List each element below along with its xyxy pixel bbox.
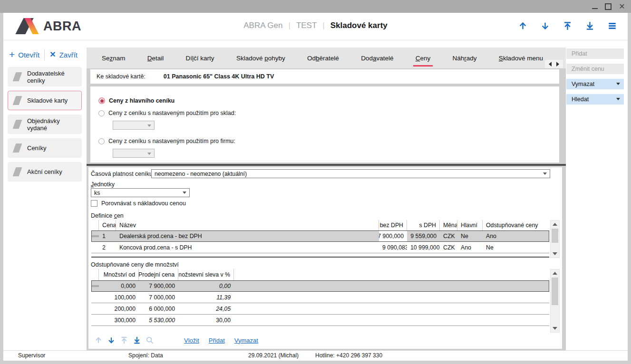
price-source-panel: Ceny z hlavního ceníku Ceny z ceníku s n… — [90, 86, 559, 163]
row-selector[interactable] — [91, 319, 99, 321]
chevron-down-icon — [147, 125, 151, 127]
move-up-icon[interactable] — [518, 21, 528, 31]
status-bar: Supervisor Spojení: Data 29.09.2021 (Mic… — [3, 350, 628, 361]
tab[interactable]: Seznam — [102, 55, 126, 62]
tab[interactable]: Detail — [147, 55, 164, 62]
scroll-up-icon[interactable] — [551, 269, 559, 277]
scroll-down-icon[interactable] — [551, 325, 559, 332]
open-button[interactable]: +Otevřít — [9, 51, 39, 59]
app-header: ABRA ABRA Gen|TEST|Skladové karty — [3, 13, 628, 40]
maximize-icon[interactable] — [605, 3, 612, 10]
table-row[interactable]: 200,000 6 000,000 24,05 — [91, 303, 549, 315]
qty-toolbar: VložitPřidatVymazat — [94, 334, 258, 347]
col-cena: Cena — [99, 220, 116, 230]
tab-scroll-right-icon[interactable] — [556, 62, 559, 67]
price-source-radio[interactable]: Ceny z hlavního ceníku — [98, 96, 559, 105]
sidebar-item[interactable]: Dodavatelské ceníky — [8, 67, 82, 86]
action-button[interactable]: Změnit cenu — [566, 64, 624, 74]
price-definitions-table: Cena Název bez DPH s DPH Měna Hlavní Ods… — [91, 220, 549, 258]
close-icon[interactable]: ✕ — [619, 3, 625, 10]
row-selector[interactable] — [91, 308, 99, 310]
price-source-radio[interactable]: Ceny z ceníku s nastaveným použitím pro … — [98, 108, 559, 118]
row-selector[interactable] — [91, 285, 99, 287]
price-source-radio[interactable]: Ceny z ceníku s nastaveným použitím pro … — [98, 136, 559, 146]
user-label: Supervisor — [18, 352, 45, 359]
move-down-icon[interactable] — [540, 21, 550, 31]
sidebar-item[interactable]: Skladové karty — [8, 91, 82, 110]
scroll-up-icon[interactable] — [551, 220, 559, 228]
chevron-down-icon — [616, 83, 620, 85]
chevron-down-icon — [183, 192, 186, 194]
page-title: Skladové karty — [330, 21, 388, 30]
col-hlavni: Hlavní — [457, 220, 483, 230]
pricelist-select — [113, 121, 155, 130]
search-icon — [146, 336, 154, 345]
panel-splitter[interactable] — [87, 164, 566, 166]
table-row[interactable]: 1 Dealerská prod.cena - bez DPH 7 900,00… — [91, 230, 549, 242]
card-reference-bar: Ke skladové kartě: 01 Panasonic 65" Clas… — [90, 69, 559, 84]
table-row[interactable]: 2 Koncová prod.cena - s DPH 9 090,083 10… — [91, 242, 549, 253]
table-row[interactable]: 300,000 5 530,000 30,00 — [91, 315, 549, 326]
col-mena: Měna — [440, 220, 457, 230]
sidebar-item[interactable]: Objednávky vydané — [8, 115, 82, 134]
scrollbar-thumb[interactable] — [552, 278, 558, 305]
radio-icon[interactable] — [98, 97, 105, 104]
compare-cost-checkbox[interactable] — [91, 200, 97, 207]
card-ref-label: Ke skladové kartě: — [97, 73, 146, 80]
nav-down-icon[interactable] — [107, 336, 116, 345]
tab[interactable]: Skladové pohyby — [236, 55, 285, 62]
sidebar-item-list: Dodavatelské ceníky Skladové karty Objed… — [3, 67, 86, 182]
col-odstup: Odstupňované ceny — [483, 220, 549, 230]
table-action-link[interactable]: Vymazat — [234, 337, 258, 344]
close-module-button[interactable]: ✕Zavřít — [49, 51, 78, 59]
table-row[interactable]: 0,000 7 900,000 0,00 — [91, 280, 549, 292]
compare-cost-row: Porovnávat s nákladovou cenou — [91, 200, 186, 207]
units-select[interactable]: ks — [91, 188, 190, 197]
pricelist-select — [113, 149, 155, 158]
row-selector[interactable] — [91, 297, 99, 298]
sidebar: +Otevřít ✕Zavřít Dodavatelské ceníky Skl… — [3, 40, 86, 350]
sidebar-item[interactable]: Ceníky — [8, 138, 82, 158]
units-label: Jednotky — [91, 181, 115, 188]
divider — [44, 49, 45, 60]
table-action-link[interactable]: Vložit — [184, 337, 199, 344]
row-selector[interactable] — [91, 247, 99, 249]
window-controls: ✕ — [592, 0, 625, 13]
radio-icon[interactable] — [98, 110, 105, 116]
radio-icon[interactable] — [98, 138, 105, 144]
table-action-link[interactable]: Přidat — [209, 337, 225, 344]
nav-last-icon[interactable] — [133, 336, 141, 345]
minimize-icon[interactable] — [592, 4, 598, 9]
tab[interactable]: Dílčí karty — [186, 55, 214, 62]
tab-scroll-left-icon[interactable] — [549, 62, 552, 67]
qty-table-caption: Odstupňované ceny dle množství — [91, 261, 179, 268]
tab[interactable]: Náhrady — [453, 55, 477, 62]
scroll-down-icon[interactable] — [551, 250, 559, 258]
col-nazev: Název — [116, 220, 379, 230]
hotline-label: Hotline: +420 296 397 330 — [315, 352, 382, 359]
tab[interactable]: Ceny — [416, 55, 431, 62]
connection-label: Spojení: Data — [128, 352, 163, 359]
move-last-icon[interactable] — [585, 21, 595, 31]
compare-cost-label: Porovnávat s nákladovou cenou — [101, 200, 186, 207]
tab[interactable]: Dodavatelé — [361, 55, 393, 62]
menu-icon[interactable] — [607, 21, 617, 31]
sidebar-item[interactable]: Akční ceníky — [8, 162, 82, 182]
tab[interactable]: Odběratelé — [307, 55, 339, 62]
action-button[interactable]: Přidat — [566, 48, 624, 59]
validity-select[interactable]: neomezeno - neomezeno (aktuální) — [151, 169, 550, 178]
scrollbar-thumb[interactable] — [552, 229, 558, 243]
action-panel: Přidat Změnit cenu Vymazat Hledat — [566, 48, 624, 109]
price-table-scrollbar[interactable] — [550, 220, 560, 258]
table-row[interactable]: 100,000 7 000,000 11,39 — [91, 292, 549, 303]
qty-table-scrollbar[interactable] — [550, 269, 560, 333]
row-selector[interactable] — [91, 235, 99, 237]
col-s-dph: s DPH — [407, 220, 440, 230]
tab[interactable]: Skladové menu — [499, 55, 543, 62]
action-button[interactable]: Hledat — [566, 94, 624, 105]
move-first-icon[interactable] — [563, 21, 573, 31]
price-detail-panel: Časová platnost ceníku: neomezeno - neom… — [88, 167, 562, 349]
tab-scroll — [545, 60, 563, 68]
tab-bar: SeznamDetailDílčí kartySkladové pohybyOd… — [87, 48, 566, 68]
action-button[interactable]: Vymazat — [566, 79, 624, 89]
